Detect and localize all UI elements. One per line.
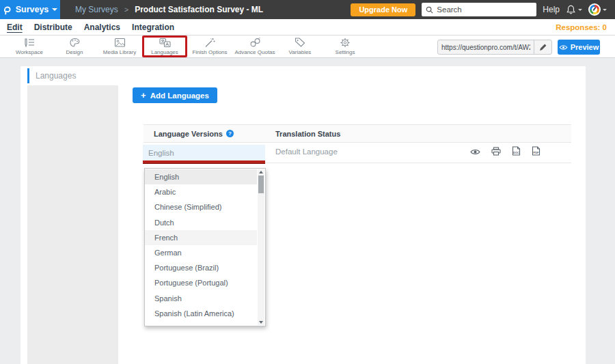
toolbar-item-finish-options[interactable]: Finish Options	[187, 36, 232, 57]
scroll-down-arrow-icon[interactable]	[259, 321, 263, 324]
global-search[interactable]	[422, 3, 536, 16]
option-portuguese-brazil[interactable]: Portuguese (Brazil)	[145, 260, 257, 275]
default-language-status: Default Language	[275, 148, 338, 156]
tab-analytics[interactable]: Analytics	[84, 23, 120, 32]
print-language-button[interactable]	[491, 146, 501, 158]
search-icon	[426, 6, 433, 14]
option-french[interactable]: French	[145, 230, 257, 245]
responses-count: Responses: 0	[556, 23, 607, 31]
tab-distribute[interactable]: Distribute	[34, 23, 72, 32]
translate-icon	[159, 38, 171, 48]
image-icon	[114, 38, 126, 48]
sidebar-section-label: Languages	[36, 71, 76, 81]
chevron-down-icon	[603, 9, 607, 11]
option-spanish[interactable]: Spanish	[145, 291, 257, 306]
page-title: Product Satisfaction Survey - ML	[135, 5, 263, 14]
workspace-icon	[24, 38, 36, 48]
breadcrumb-separator: >	[124, 5, 128, 14]
option-portuguese-portugal[interactable]: Portuguese (Portugal)	[145, 275, 257, 290]
tag-icon	[295, 38, 306, 48]
option-dutch[interactable]: Dutch	[145, 215, 257, 230]
breadcrumb: My Surveys > Product Satisfaction Survey…	[75, 5, 263, 14]
search-input[interactable]	[437, 5, 525, 14]
bell-icon	[566, 4, 576, 15]
preview-label: Preview	[571, 43, 599, 51]
pdf-file-icon: PDF	[532, 146, 541, 156]
option-german[interactable]: German	[145, 245, 257, 260]
survey-url-field	[437, 40, 552, 55]
option-english[interactable]: English	[145, 169, 257, 184]
add-languages-button[interactable]: + Add Languages	[133, 87, 217, 103]
add-languages-label: Add Languages	[150, 92, 209, 100]
view-language-button[interactable]	[470, 146, 480, 158]
toolbar-item-design[interactable]: Design	[52, 36, 97, 57]
pencil-icon	[539, 43, 547, 51]
language-dropdown: English Arabic Chinese (Simplified) Dutc…	[144, 168, 266, 326]
help-tooltip-icon[interactable]: ?	[226, 130, 234, 137]
export-doc-button[interactable]: DOC	[512, 146, 521, 158]
app-window: Surveys My Surveys > Product Satisfactio…	[0, 0, 615, 364]
dropdown-scrollbar[interactable]	[258, 169, 264, 325]
plus-icon: +	[141, 91, 146, 100]
questionpro-logo-icon	[3, 5, 12, 15]
toolbar-item-advance-quotas[interactable]: Advance Quotas	[232, 36, 277, 57]
eye-icon	[559, 44, 568, 51]
upgrade-now-button[interactable]: Upgrade Now	[351, 3, 415, 16]
magic-wand-icon	[204, 38, 216, 48]
toolbar-item-settings[interactable]: Settings	[323, 36, 368, 57]
avatar	[588, 3, 601, 16]
survey-url-input[interactable]	[438, 44, 534, 51]
topbar: Surveys My Surveys > Product Satisfactio…	[0, 0, 615, 19]
column-language-versions: Language Versions ?	[144, 130, 275, 138]
tab-edit[interactable]: Edit	[7, 23, 23, 32]
option-spanish-latin-america[interactable]: Spanish (Latin America)	[145, 306, 257, 321]
scrollbar-thumb[interactable]	[258, 176, 264, 193]
svg-text:PDF: PDF	[534, 151, 540, 154]
language-name-input[interactable]	[143, 145, 265, 160]
topbar-actions: Upgrade Now Help	[351, 3, 615, 16]
product-switcher-label: Surveys	[16, 5, 49, 14]
toolbar-item-workspace[interactable]: Workspace	[7, 36, 52, 57]
preview-button[interactable]: Preview	[558, 40, 600, 55]
toolbar-item-variables[interactable]: Variables	[277, 36, 323, 57]
toolbar-item-languages[interactable]: Languages	[142, 36, 187, 57]
languages-table-header: Language Versions ? Translation Status	[144, 124, 571, 143]
doc-file-icon: DOC	[512, 146, 521, 156]
printer-icon	[491, 147, 501, 156]
survey-section-nav: Edit Distribute Analytics Integration Re…	[0, 19, 615, 36]
account-menu[interactable]	[588, 3, 607, 16]
option-chinese-simplified[interactable]: Chinese (Simplified)	[145, 199, 257, 214]
sidebar-panel	[27, 85, 118, 364]
svg-text:DOC: DOC	[513, 151, 519, 154]
product-switcher[interactable]: Surveys	[0, 0, 60, 19]
toolbar-item-media-library[interactable]: Media Library	[97, 36, 142, 57]
sidebar-section-languages: Languages	[27, 68, 118, 83]
help-link[interactable]: Help	[543, 5, 560, 14]
chevron-down-icon	[578, 9, 582, 11]
language-options-list: English Arabic Chinese (Simplified) Dutc…	[145, 169, 257, 321]
edit-url-button[interactable]	[534, 40, 551, 54]
notifications-menu[interactable]	[566, 4, 582, 15]
palette-icon	[69, 38, 81, 48]
content-area: Languages + Add Languages Language Versi…	[0, 58, 615, 364]
option-arabic[interactable]: Arabic	[145, 184, 257, 199]
export-pdf-button[interactable]: PDF	[532, 146, 541, 158]
chevron-down-icon	[52, 8, 57, 11]
tab-integration[interactable]: Integration	[132, 23, 174, 32]
row-actions: DOC PDF	[470, 146, 541, 158]
scroll-up-arrow-icon[interactable]	[259, 171, 263, 173]
eye-icon	[470, 148, 480, 156]
chain-links-icon	[249, 38, 261, 48]
breadcrumb-my-surveys[interactable]: My Surveys	[75, 5, 118, 14]
edit-toolbar: Workspace Design Media Library	[0, 36, 615, 58]
gear-icon	[340, 38, 351, 48]
column-translation-status: Translation Status	[275, 130, 340, 138]
